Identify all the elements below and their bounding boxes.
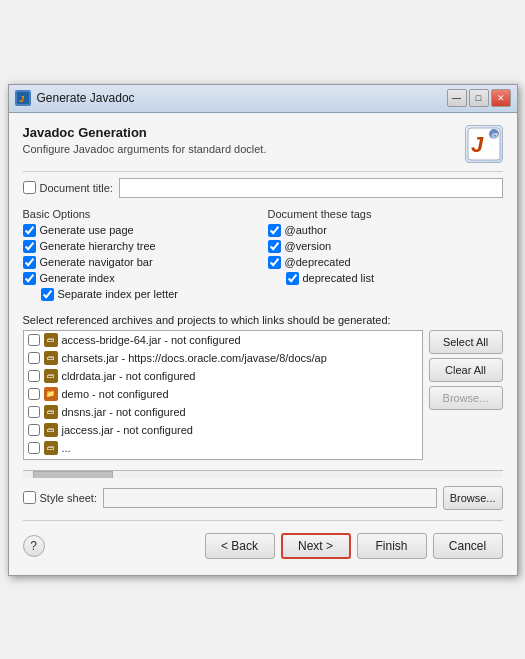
tag-deprecated: @deprecated [268, 256, 503, 269]
minimize-button[interactable]: — [447, 89, 467, 107]
option-use-page: Generate use page [23, 224, 258, 237]
scroll-thumb[interactable] [33, 471, 113, 478]
javadoc-logo: J @ [465, 125, 503, 163]
option-separate-index-checkbox[interactable] [41, 288, 54, 301]
document-title-checkbox[interactable] [23, 181, 36, 194]
document-title-label: Document title: [23, 181, 113, 194]
next-button[interactable]: Next > [281, 533, 351, 559]
finish-button[interactable]: Finish [357, 533, 427, 559]
document-tags-title: Document these tags [268, 208, 503, 220]
document-tags-group: Document these tags @author @version @de… [268, 208, 503, 304]
archive-item[interactable]: 🗃 cldrdata.jar - not configured [24, 367, 422, 385]
footer-left: ? [23, 535, 45, 557]
basic-options-group: Basic Options Generate use page Generate… [23, 208, 258, 304]
archive-item[interactable]: 🗃 jaccess.jar - not configured [24, 421, 422, 439]
jar-icon-5: 🗃 [44, 405, 58, 419]
archive-item[interactable]: 🗃 dnsns.jar - not configured [24, 403, 422, 421]
option-separate-index: Separate index per letter [23, 288, 258, 301]
page-subtitle: Configure Javadoc arguments for standard… [23, 143, 267, 155]
titlebar-controls: — □ ✕ [447, 89, 511, 107]
footer-divider [23, 520, 503, 521]
tag-deprecated-list: deprecated list [268, 272, 503, 285]
maximize-button[interactable]: □ [469, 89, 489, 107]
footer-buttons: < Back Next > Finish Cancel [205, 533, 503, 559]
browse-button[interactable]: Browse... [429, 386, 503, 410]
archives-list[interactable]: 🗃 access-bridge-64.jar - not configured … [23, 330, 423, 460]
horizontal-scrollbar[interactable] [23, 470, 503, 478]
archive-item[interactable]: 🗃 ... [24, 439, 422, 457]
option-use-page-checkbox[interactable] [23, 224, 36, 237]
document-title-input[interactable] [119, 178, 503, 198]
option-hierarchy-checkbox[interactable] [23, 240, 36, 253]
stylesheet-row: Style sheet: Browse... [23, 486, 503, 510]
close-button[interactable]: ✕ [491, 89, 511, 107]
basic-options-title: Basic Options [23, 208, 258, 220]
archive-checkbox-6[interactable] [28, 424, 40, 436]
jar-icon-3: 🗃 [44, 369, 58, 383]
select-all-button[interactable]: Select All [429, 330, 503, 354]
stylesheet-checkbox[interactable] [23, 491, 36, 504]
option-index-checkbox[interactable] [23, 272, 36, 285]
page-header-text: Javadoc Generation Configure Javadoc arg… [23, 125, 267, 155]
archive-item[interactable]: 📁 demo - not configured [24, 385, 422, 403]
option-navigator: Generate navigator bar [23, 256, 258, 269]
jar-icon-1: 🗃 [44, 333, 58, 347]
window-icon: J [15, 90, 31, 106]
clear-all-button[interactable]: Clear All [429, 358, 503, 382]
options-area: Basic Options Generate use page Generate… [23, 208, 503, 304]
folder-icon-4: 📁 [44, 387, 58, 401]
archive-checkbox-3[interactable] [28, 370, 40, 382]
main-window: J Generate Javadoc — □ ✕ Javadoc Generat… [8, 84, 518, 576]
archives-label: Select referenced archives and projects … [23, 314, 503, 326]
cancel-button[interactable]: Cancel [433, 533, 503, 559]
stylesheet-label: Style sheet: [23, 491, 97, 504]
header-divider [23, 171, 503, 172]
titlebar-left: J Generate Javadoc [15, 90, 135, 106]
stylesheet-input[interactable] [103, 488, 437, 508]
archives-area: 🗃 access-bridge-64.jar - not configured … [23, 330, 503, 460]
svg-text:@: @ [491, 131, 499, 140]
page-header: Javadoc Generation Configure Javadoc arg… [23, 125, 503, 163]
jar-icon-6: 🗃 [44, 423, 58, 437]
archive-checkbox-1[interactable] [28, 334, 40, 346]
archive-checkbox-7[interactable] [28, 442, 40, 454]
document-title-row: Document title: [23, 178, 503, 198]
option-hierarchy: Generate hierarchy tree [23, 240, 258, 253]
archive-checkbox-5[interactable] [28, 406, 40, 418]
back-button[interactable]: < Back [205, 533, 275, 559]
option-index: Generate index [23, 272, 258, 285]
tag-author-checkbox[interactable] [268, 224, 281, 237]
tag-version-checkbox[interactable] [268, 240, 281, 253]
jar-icon-2: 🗃 [44, 351, 58, 365]
tag-author: @author [268, 224, 503, 237]
archive-checkbox-2[interactable] [28, 352, 40, 364]
tag-deprecated-checkbox[interactable] [268, 256, 281, 269]
jar-icon-7: 🗃 [44, 441, 58, 455]
archive-item[interactable]: 🗃 charsets.jar - https://docs.oracle.com… [24, 349, 422, 367]
window-title: Generate Javadoc [37, 91, 135, 105]
archive-checkbox-4[interactable] [28, 388, 40, 400]
svg-text:J: J [471, 132, 484, 157]
page-title: Javadoc Generation [23, 125, 267, 140]
archive-item[interactable]: 🗃 access-bridge-64.jar - not configured [24, 331, 422, 349]
archives-buttons: Select All Clear All Browse... [429, 330, 503, 460]
dialog-content: Javadoc Generation Configure Javadoc arg… [9, 113, 517, 575]
stylesheet-browse-button[interactable]: Browse... [443, 486, 503, 510]
help-button[interactable]: ? [23, 535, 45, 557]
option-navigator-checkbox[interactable] [23, 256, 36, 269]
tag-version: @version [268, 240, 503, 253]
footer: ? < Back Next > Finish Cancel [23, 529, 503, 563]
tag-deprecated-list-checkbox[interactable] [286, 272, 299, 285]
titlebar: J Generate Javadoc — □ ✕ [9, 85, 517, 113]
